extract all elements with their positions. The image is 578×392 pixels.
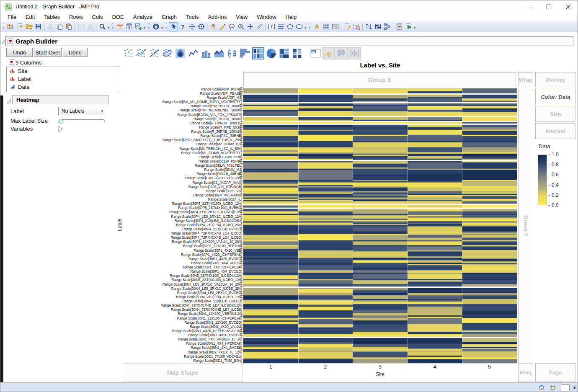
graph-type-smoother-icon[interactable] xyxy=(135,47,147,59)
column-item-label[interactable]: Label xyxy=(7,75,120,83)
columns-red-triangle-button[interactable] xyxy=(9,59,14,65)
menu-item-cols[interactable]: Cols xyxy=(87,13,107,21)
sort-columns-icon[interactable] xyxy=(364,23,373,31)
home-icon[interactable] xyxy=(538,384,545,391)
graph-type-parallel-icon[interactable] xyxy=(348,47,361,59)
graph-type-ellipse-icon[interactable] xyxy=(161,47,173,59)
new-graph-icon[interactable] xyxy=(134,23,142,31)
polygon-tool-icon[interactable] xyxy=(286,23,294,31)
target-icon[interactable] xyxy=(197,23,205,31)
close-button[interactable] xyxy=(558,0,578,13)
drop-zone-group-y[interactable]: Group Y xyxy=(518,89,533,363)
graph-type-line-icon[interactable] xyxy=(187,47,199,59)
menu-item-view[interactable]: View xyxy=(231,13,252,21)
drop-zone-wrap[interactable]: Wrap xyxy=(518,72,533,87)
run-script-icon[interactable] xyxy=(404,23,413,31)
menu-item-doe[interactable]: DOE xyxy=(107,13,128,21)
max-label-size-slider[interactable] xyxy=(59,119,105,122)
undo-button[interactable]: Undo xyxy=(6,48,33,57)
copy-icon[interactable] xyxy=(55,23,64,31)
graph-type-heatmap-icon[interactable] xyxy=(252,47,264,59)
slider-handle[interactable] xyxy=(58,118,64,124)
jmp-starter-icon[interactable] xyxy=(152,23,160,31)
compare-columns-icon[interactable] xyxy=(374,23,382,31)
data-table-edit-icon[interactable] xyxy=(549,384,557,391)
menu-item-rows[interactable]: Rows xyxy=(65,13,88,21)
minimize-button[interactable] xyxy=(520,0,539,13)
menu-item-graph[interactable]: Graph xyxy=(157,13,181,21)
graph-type-bar-icon[interactable] xyxy=(200,47,212,59)
workflow-icon[interactable] xyxy=(383,23,391,31)
toolbar-overflow-caret-icon[interactable]: ▾ xyxy=(144,26,145,30)
graph-type-line-of-fit-icon[interactable] xyxy=(148,47,160,59)
toolbar-drag-handle[interactable] xyxy=(3,23,4,30)
variables-disclosure-icon[interactable] xyxy=(58,126,63,131)
graph-type-map-shape-element-icon[interactable] xyxy=(335,47,348,59)
drop-zone-map-shape[interactable]: Map Shape xyxy=(123,363,243,382)
graph-type-histogram-icon[interactable] xyxy=(239,47,251,59)
graph-type-points-icon[interactable] xyxy=(122,47,134,59)
menu-item-addins[interactable]: Add-Ins xyxy=(203,13,231,21)
toolbar-overflow-caret-icon[interactable]: ▾ xyxy=(414,26,415,30)
toolbar-overflow-caret-icon[interactable]: ▾ xyxy=(108,26,109,30)
toolbar-overflow-caret-icon[interactable]: ▾ xyxy=(304,26,306,30)
graph-type-pie-icon[interactable] xyxy=(265,47,277,59)
resize-grip[interactable] xyxy=(572,385,577,390)
layout-search-icon[interactable] xyxy=(352,23,361,31)
save-icon[interactable] xyxy=(34,23,42,31)
menu-item-tools[interactable]: Tools xyxy=(181,13,203,21)
axis-settings-icon[interactable] xyxy=(312,23,321,31)
grid-table-icon[interactable] xyxy=(322,23,330,31)
menu-item-window[interactable]: Window xyxy=(252,13,281,21)
column-item-data[interactable]: Data xyxy=(7,83,120,91)
menu-item-edit[interactable]: Edit xyxy=(21,13,39,21)
preview-swatch[interactable] xyxy=(561,384,570,391)
menu-item-help[interactable]: Help xyxy=(281,13,301,21)
paste-icon[interactable] xyxy=(65,23,73,31)
brush-icon[interactable] xyxy=(218,23,227,31)
toolbar-drag-handle[interactable] xyxy=(309,23,310,30)
lasso-icon[interactable] xyxy=(227,23,236,31)
drop-zone-overlay[interactable]: Overlay xyxy=(535,72,575,87)
arrow-cursor-icon[interactable] xyxy=(169,23,178,31)
line-tool-icon[interactable] xyxy=(276,23,285,31)
toolbar-drag-handle[interactable] xyxy=(166,23,167,30)
drop-zone-freq[interactable]: Freq xyxy=(518,363,533,382)
graph-type-box-plot-icon[interactable] xyxy=(226,47,238,59)
crosshair-plus-icon[interactable] xyxy=(246,23,254,31)
heatmap-panel-disclosure-icon[interactable] xyxy=(6,98,11,102)
heatmap-canvas[interactable] xyxy=(243,87,517,363)
drop-zone-group-x[interactable]: Group X xyxy=(243,72,516,87)
red-triangle-menu-button[interactable] xyxy=(8,39,13,44)
menu-item-file[interactable]: File xyxy=(3,13,21,21)
toolbar-overflow-caret-icon[interactable]: ▾ xyxy=(161,26,163,30)
move-icon[interactable] xyxy=(188,23,196,31)
value-table-icon[interactable]: 123 xyxy=(331,23,339,31)
toolbar-drag-handle[interactable] xyxy=(148,23,150,30)
drop-zone-color[interactable]: Color: Data xyxy=(535,89,576,105)
drop-zone-interval[interactable]: Interval xyxy=(535,123,575,139)
search-icon[interactable] xyxy=(98,23,106,31)
graph-type-contour-icon[interactable] xyxy=(174,47,186,59)
graph-type-mosaic-icon[interactable] xyxy=(291,47,303,59)
label-dropdown[interactable]: No Labels ▾ xyxy=(58,107,105,115)
drop-zone-page[interactable]: Page xyxy=(535,363,575,382)
graph-type-caption-box-icon[interactable] xyxy=(310,47,322,59)
oval-tool-icon[interactable] xyxy=(295,23,303,31)
maximize-button[interactable] xyxy=(539,0,558,13)
menu-item-analyze[interactable]: Analyze xyxy=(129,13,157,21)
graph-type-formula-icon[interactable]: f() xyxy=(323,47,335,59)
graph-type-area-icon[interactable] xyxy=(213,47,225,59)
new-data-table-icon[interactable] xyxy=(6,23,15,31)
text-box-icon[interactable]: T xyxy=(267,23,276,31)
annotate-pen-icon[interactable] xyxy=(255,23,263,31)
journal-edit-icon[interactable] xyxy=(343,23,351,31)
drop-zone-size[interactable]: Size xyxy=(535,106,575,122)
open-icon[interactable] xyxy=(25,23,33,31)
data-table-icon[interactable] xyxy=(116,23,124,31)
zoom-in-icon[interactable] xyxy=(237,23,245,31)
graph-type-treemap-icon[interactable] xyxy=(278,47,290,59)
help-icon[interactable]: ? xyxy=(178,23,187,31)
columns-viewer-icon[interactable] xyxy=(125,23,133,31)
new-journal-icon[interactable] xyxy=(15,23,24,31)
